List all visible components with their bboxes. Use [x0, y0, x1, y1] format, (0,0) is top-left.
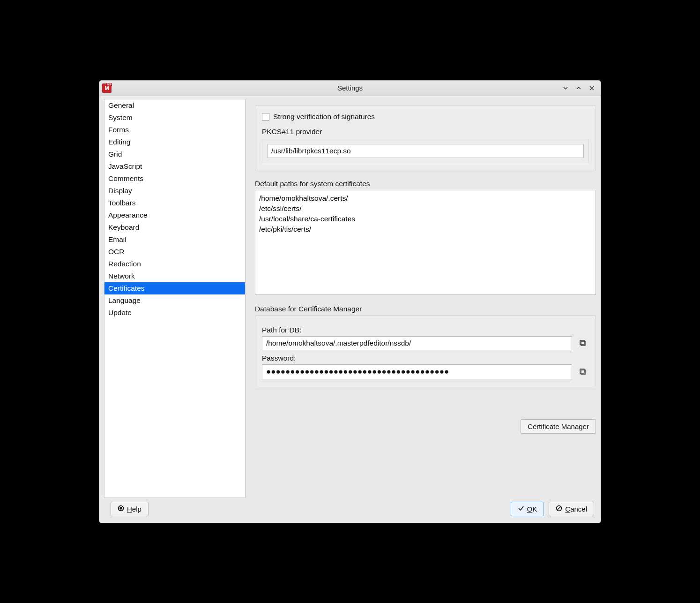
sidebar-item-grid[interactable]: Grid [104, 148, 245, 160]
password-input[interactable] [262, 364, 572, 379]
password-label: Password: [262, 354, 589, 362]
copy-db-path-button[interactable] [577, 337, 589, 349]
pkcs11-provider-input[interactable] [267, 144, 584, 158]
help-label: Help [127, 505, 141, 513]
sidebar-item-toolbars[interactable]: Toolbars [104, 197, 245, 209]
sidebar-item-display[interactable]: Display [104, 185, 245, 197]
sidebar-item-redaction[interactable]: Redaction [104, 258, 245, 270]
sidebar-item-language[interactable]: Language [104, 294, 245, 307]
certificate-manager-button[interactable]: Certificate Manager [521, 419, 596, 434]
minimize-button[interactable] [561, 84, 570, 92]
strong-verification-label: Strong verification of signatures [273, 113, 375, 121]
sidebar-item-email[interactable]: Email [104, 234, 245, 246]
default-paths-textarea[interactable] [255, 190, 596, 295]
path-db-label: Path for DB: [262, 326, 589, 334]
window-title: Settings [99, 84, 601, 92]
default-paths-section: Default paths for system certificates [255, 180, 596, 296]
copy-password-button[interactable] [577, 366, 589, 378]
settings-window: M Settings General System Forms Editing … [99, 80, 601, 523]
sidebar-item-appearance[interactable]: Appearance [104, 209, 245, 221]
cancel-label: Cancel [565, 505, 587, 513]
sidebar-item-system[interactable]: System [104, 112, 245, 124]
sidebar-item-comments[interactable]: Comments [104, 173, 245, 185]
certificate-manager-label: Certificate Manager [528, 422, 589, 430]
sidebar-item-general[interactable]: General [104, 99, 245, 112]
pkcs11-provider-label: PKCS#11 provider [262, 128, 589, 136]
cancel-button[interactable]: Cancel [549, 502, 594, 516]
settings-sidebar[interactable]: General System Forms Editing Grid JavaSc… [104, 99, 246, 498]
sidebar-item-forms[interactable]: Forms [104, 124, 245, 136]
svg-point-5 [120, 507, 122, 509]
app-icon: M [102, 83, 112, 93]
sidebar-item-network[interactable]: Network [104, 270, 245, 282]
cancel-icon [556, 505, 562, 513]
help-button[interactable]: Help [111, 502, 149, 516]
sidebar-item-javascript[interactable]: JavaScript [104, 160, 245, 173]
certificates-panel: Strong verification of signatures PKCS#1… [255, 99, 596, 498]
sidebar-item-update[interactable]: Update [104, 307, 245, 319]
help-icon [118, 505, 124, 513]
maximize-button[interactable] [574, 84, 583, 92]
db-section-label: Database for Certificate Manager [255, 305, 596, 313]
titlebar: M Settings [99, 81, 601, 96]
default-paths-label: Default paths for system certificates [255, 180, 596, 188]
sidebar-item-keyboard[interactable]: Keyboard [104, 221, 245, 234]
window-controls [561, 84, 601, 92]
path-db-input[interactable] [262, 336, 572, 350]
ok-label: OK [527, 505, 537, 513]
check-icon [518, 505, 524, 513]
pkcs11-group: Strong verification of signatures PKCS#1… [255, 106, 596, 171]
strong-verification-checkbox[interactable] [262, 113, 269, 121]
db-section: Database for Certificate Manager Path fo… [255, 305, 596, 387]
sidebar-item-ocr[interactable]: OCR [104, 246, 245, 258]
dialog-footer: Help OK Cancel [99, 498, 601, 523]
ok-button[interactable]: OK [511, 502, 544, 516]
close-button[interactable] [588, 84, 596, 92]
sidebar-item-certificates[interactable]: Certificates [104, 282, 245, 294]
sidebar-item-editing[interactable]: Editing [104, 136, 245, 148]
